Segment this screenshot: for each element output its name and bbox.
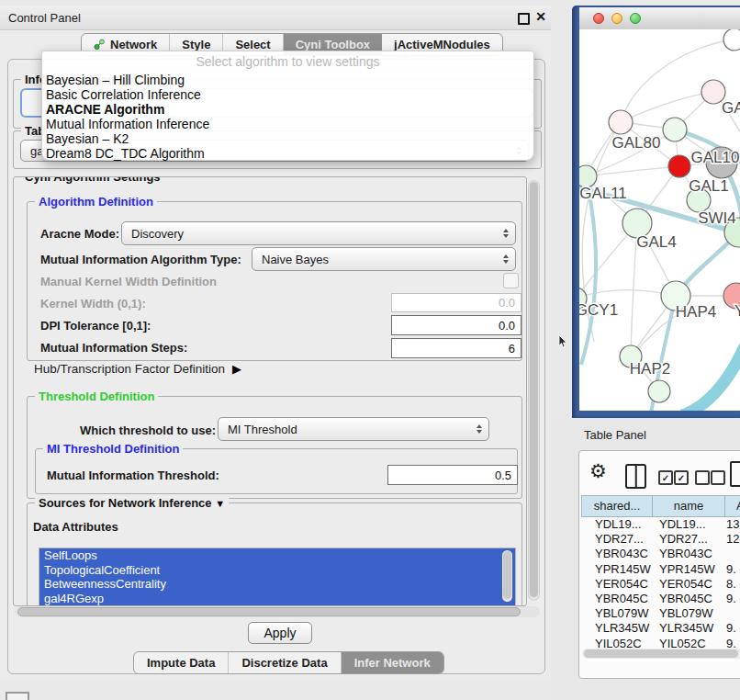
table-cell[interactable]: YPR145W bbox=[652, 562, 724, 577]
table-row[interactable]: YBR043CYBR043C bbox=[581, 547, 740, 561]
table-header-row[interactable]: shared...nameA bbox=[581, 495, 740, 517]
network-window-titlebar[interactable] bbox=[579, 7, 740, 30]
algorithm-option[interactable]: Basic Correlation Inference bbox=[46, 87, 201, 102]
combo-spinner-icon bbox=[503, 229, 509, 238]
table-cell[interactable]: YDL19... bbox=[652, 517, 724, 532]
attribute-list-item[interactable]: SelfLoops bbox=[39, 548, 515, 563]
sources-legend[interactable]: Sources for Network Inference ▼ bbox=[35, 496, 229, 510]
mi-steps-field[interactable]: 6 bbox=[391, 338, 521, 358]
table-cell[interactable]: YLR345W bbox=[581, 621, 652, 636]
table-cell[interactable]: YPR145W bbox=[581, 562, 652, 577]
close-traffic-light-icon[interactable] bbox=[593, 13, 604, 24]
settings-vertical-scrollbar[interactable] bbox=[528, 180, 540, 601]
network-canvas[interactable]: GALGAL80GAL10GAL1GAL11GAL4SWI4GCY1HAP4YH… bbox=[579, 29, 740, 411]
mi-threshold-field[interactable]: 0.5 bbox=[387, 465, 518, 485]
network-edge bbox=[621, 92, 713, 122]
table-column-header[interactable]: shared... bbox=[581, 495, 652, 517]
table-cell[interactable]: YBR043C bbox=[581, 547, 652, 561]
float-window-icon[interactable] bbox=[518, 13, 530, 25]
apply-button[interactable]: Apply bbox=[248, 622, 312, 644]
table-cell[interactable]: YDR27... bbox=[652, 532, 724, 547]
gear-icon[interactable]: ⚙ bbox=[589, 461, 607, 481]
collapse-down-icon[interactable]: ▼ bbox=[215, 498, 225, 509]
table-cell[interactable]: YER054C bbox=[581, 577, 652, 592]
expand-right-icon[interactable]: ▶ bbox=[232, 362, 241, 376]
manual-kernel-checkbox[interactable] bbox=[503, 273, 519, 288]
hub-definition-expander[interactable]: Hub/Transcription Factor Definition ▶ bbox=[34, 362, 241, 376]
table-column-header[interactable]: name bbox=[652, 495, 724, 517]
tab-impute-data[interactable]: Impute Data bbox=[134, 652, 229, 673]
table-cell[interactable]: YBL079W bbox=[581, 606, 652, 621]
table-cell[interactable]: 13 bbox=[724, 517, 740, 532]
algorithm-option[interactable]: Mutual Information Inference bbox=[46, 117, 209, 131]
table-column-header[interactable]: A bbox=[724, 495, 740, 517]
dpi-tolerance-value: 0.0 bbox=[499, 319, 515, 333]
table-cell[interactable]: YER054C bbox=[652, 577, 724, 592]
checked-checkbox-icon[interactable]: ✓ bbox=[658, 470, 673, 485]
control-panel-window: Control Panel ✕ Network Style Select Cyn… bbox=[0, 6, 551, 680]
tab-label: Infer Network bbox=[354, 656, 431, 670]
table-row[interactable]: YDL19...YDL19...13 bbox=[581, 517, 740, 532]
network-edge bbox=[586, 166, 679, 176]
table-cell[interactable]: YBR043C bbox=[652, 547, 724, 561]
cyni-mode-tab-bar: Impute Data Discretize Data Infer Networ… bbox=[133, 651, 444, 674]
attribute-list-item[interactable]: TopologicalCoefficient bbox=[39, 563, 515, 578]
table-row[interactable]: YDR27...YDR27...12 bbox=[581, 532, 740, 547]
table-cell[interactable]: YBL079W bbox=[652, 606, 724, 621]
table-cell[interactable] bbox=[724, 547, 740, 561]
tab-infer-network[interactable]: Infer Network bbox=[342, 652, 443, 673]
attribute-list-item[interactable]: gal4RGexp bbox=[39, 592, 515, 606]
algorithm-option[interactable]: Bayesian – K2 bbox=[46, 131, 129, 146]
close-icon[interactable]: ✕ bbox=[535, 9, 546, 24]
export-table-icon[interactable] bbox=[730, 461, 740, 487]
algorithm-option[interactable]: ARACNE Algorithm bbox=[46, 102, 164, 117]
table-cell[interactable]: 9. bbox=[724, 592, 740, 606]
network-node-label: GAL4 bbox=[636, 233, 676, 251]
unchecked-checkbox-icon[interactable] bbox=[711, 470, 725, 485]
table-cell[interactable]: YDL19... bbox=[581, 517, 652, 532]
minimize-traffic-light-icon[interactable] bbox=[611, 13, 622, 24]
tab-discretize-data[interactable]: Discretize Data bbox=[229, 652, 341, 673]
table-horizontal-scrollbar[interactable] bbox=[582, 649, 740, 659]
algorithm-option[interactable]: Bayesian – Hill Climbing bbox=[46, 73, 185, 87]
hub-definition-label: Hub/Transcription Factor Definition bbox=[34, 362, 225, 376]
mi-type-combobox[interactable]: Naive Bayes bbox=[252, 247, 516, 271]
table-cell[interactable] bbox=[724, 606, 740, 621]
minimized-panel-icon[interactable] bbox=[6, 692, 29, 700]
settings-horizontal-scrollbar[interactable] bbox=[15, 606, 540, 617]
table-cell[interactable]: YBR045C bbox=[581, 592, 652, 606]
table-row[interactable]: YLR345WYLR345W9. bbox=[581, 621, 740, 636]
attributes-scrollbar[interactable] bbox=[502, 550, 512, 602]
network-node-gal80[interactable] bbox=[609, 110, 633, 134]
table-row[interactable]: YBR045CYBR045C9. bbox=[581, 592, 740, 606]
network-edge-highlighted bbox=[682, 346, 740, 411]
zoom-traffic-light-icon[interactable] bbox=[630, 13, 641, 24]
kernel-width-field[interactable]: 0.0 bbox=[391, 293, 521, 312]
network-node[interactable] bbox=[723, 29, 740, 51]
algorithm-option[interactable]: Dream8 DC_TDC Algorithm bbox=[46, 146, 205, 161]
network-edge-highlighted bbox=[581, 176, 596, 365]
dpi-tolerance-field[interactable]: 0.0 bbox=[391, 315, 521, 335]
aracne-mode-combobox[interactable]: Discovery bbox=[121, 221, 516, 245]
column-visibility-icon[interactable] bbox=[625, 464, 646, 489]
table-cell[interactable]: 8. bbox=[724, 577, 740, 592]
table-cell[interactable]: YBR045C bbox=[652, 592, 724, 606]
table-cell[interactable]: YDR27... bbox=[581, 532, 652, 547]
network-node-gal10[interactable] bbox=[663, 118, 687, 141]
table-cell[interactable]: 9. bbox=[724, 621, 740, 636]
table-cell[interactable]: 9. bbox=[724, 562, 740, 577]
tab-label: jActiveMNodules bbox=[394, 38, 490, 51]
which-threshold-value: MI Threshold bbox=[228, 423, 297, 436]
network-node[interactable] bbox=[648, 380, 670, 402]
table-row[interactable]: YBL079WYBL079W bbox=[581, 606, 740, 621]
checked-checkbox-icon[interactable]: ✓ bbox=[674, 470, 689, 485]
attribute-list-item[interactable]: BetweennessCentrality bbox=[39, 577, 515, 592]
table-row[interactable]: YPR145WYPR145W9. bbox=[581, 562, 740, 577]
unchecked-checkbox-icon[interactable] bbox=[695, 470, 710, 485]
table-cell[interactable]: 12 bbox=[724, 532, 740, 547]
network-node-gal1[interactable] bbox=[668, 155, 690, 177]
which-threshold-combobox[interactable]: MI Threshold bbox=[218, 417, 489, 441]
data-attributes-list[interactable]: SelfLoopsTopologicalCoefficientBetweenne… bbox=[39, 548, 516, 606]
table-cell[interactable]: YLR345W bbox=[652, 621, 724, 636]
table-row[interactable]: YER054CYER054C8. bbox=[581, 577, 740, 592]
